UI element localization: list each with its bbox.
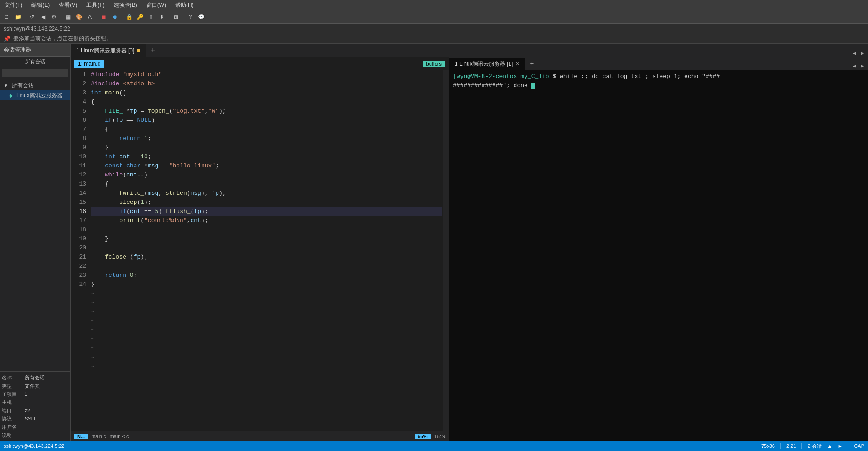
prop-type-key: 类型	[2, 383, 25, 389]
code-line-16: if(cnt == 5) fflush_(fp);	[91, 207, 442, 216]
line-num-12: 12	[71, 171, 86, 180]
line-num-19: 19	[71, 234, 86, 244]
menu-view[interactable]: 查看(V)	[56, 0, 80, 10]
code-line-8: return 1;	[91, 134, 442, 143]
prop-type-val: 文件夹	[25, 383, 40, 389]
code-line-6: if(fp == NULL)	[91, 116, 442, 125]
line-num-23: 23	[71, 271, 86, 280]
menu-tools[interactable]: 工具(T)	[83, 0, 107, 10]
ssh-bar: ssh::wyn@43.143.224.5:22	[0, 24, 868, 34]
menu-edit[interactable]: 编辑(E)	[29, 0, 52, 10]
code-line-tilde-5: ~	[91, 326, 442, 335]
line-num-21: 21	[71, 253, 86, 262]
terminal-nav-left[interactable]: ◀	[851, 62, 858, 70]
menu-window[interactable]: 窗口(W)	[144, 0, 169, 10]
gs-sep2	[801, 443, 802, 449]
tab-add-button[interactable]: +	[146, 44, 159, 57]
menu-file[interactable]: 文件(F)	[2, 0, 25, 10]
tree-item-label: 所有会话	[12, 82, 34, 89]
buffers-badge: buffers	[423, 61, 445, 67]
sidebar-header[interactable]: 会话管理器	[0, 44, 70, 57]
line-num-4: 4	[71, 98, 86, 107]
status-func: main < c	[110, 434, 129, 439]
code-body: 1 2 3 4 5 6 7 8 9 10 11 12 13 14	[71, 70, 449, 431]
toolbar-key[interactable]: 🔑	[135, 12, 145, 22]
status-filename: main.c	[91, 434, 106, 439]
toolbar-download[interactable]: ⬇	[157, 12, 167, 22]
terminal-cmd: while :; do cat log.txt ; sleep 1; echo …	[560, 73, 720, 80]
toolbar-back[interactable]: ◀	[38, 12, 48, 22]
terminal-tab-close[interactable]: ✕	[515, 61, 520, 67]
code-content[interactable]: #include "mystdio.h" #include <stdio.h> …	[89, 70, 443, 431]
code-line-17: printf("count:%d\n",cnt);	[91, 216, 442, 225]
prop-subitem-val: 1	[25, 391, 27, 397]
toolbar-color[interactable]: 🎨	[74, 12, 84, 22]
ssh-address: ssh::wyn@43.143.224.5:22	[4, 26, 70, 32]
sidebar-tab-label: 所有会话	[25, 58, 45, 65]
line-num-14: 14	[71, 189, 86, 198]
code-line-tilde-9: ~	[91, 362, 442, 371]
toolbar-sep6	[183, 13, 183, 21]
terminal-body[interactable]: [wyn@VM-8-2-centos my_C_lib]$ while :; d…	[449, 70, 868, 441]
global-statusbar: ssh::wyn@43.143.224.5:22 75x36 2,21 2 会话…	[0, 441, 868, 451]
gs-sep1	[780, 443, 781, 449]
toolbar-upload[interactable]: ⬆	[146, 12, 156, 22]
code-line-12: while(cnt--)	[91, 171, 442, 180]
tab-nav-right[interactable]: ▶	[859, 50, 866, 57]
prop-username-key: 用户名	[2, 424, 25, 430]
code-line-14: fwrite_(msg, strlen(msg), fp);	[91, 189, 442, 198]
line-numbers: 1 2 3 4 5 6 7 8 9 10 11 12 13 14	[71, 70, 89, 431]
tree-item-linux[interactable]: ◆ Linux腾讯云服务器	[0, 90, 70, 100]
terminal-tab-add[interactable]: +	[525, 58, 538, 70]
toolbar-grid[interactable]: ⊞	[171, 12, 181, 22]
editor-tab-0[interactable]: 1 Linux腾讯云服务器 [0]	[71, 44, 146, 57]
gs-right-arrow: ►	[837, 443, 842, 449]
gs-left: ssh::wyn@43.143.224.5:22	[4, 443, 64, 449]
code-line-tilde-3: ~	[91, 307, 442, 316]
tree-item-all-sessions[interactable]: ▼ 所有会话	[0, 80, 70, 90]
gs-cap: CAP	[854, 443, 864, 449]
sidebar-tabs: 所有会话	[0, 57, 70, 67]
sidebar-search-input[interactable]	[2, 69, 68, 77]
toolbar-new[interactable]: 🗋	[2, 12, 12, 22]
line-num-11: 11	[71, 161, 86, 171]
line-num-24: 24	[71, 280, 86, 289]
code-line-7: {	[91, 125, 442, 134]
terminal-tab-1[interactable]: 1 Linux腾讯云服务器 [1] ✕	[449, 58, 525, 70]
toolbar-refresh[interactable]: ↺	[27, 12, 37, 22]
line-num-22: 22	[71, 262, 86, 271]
toolbar-stop[interactable]: ⏹	[99, 12, 109, 22]
code-header: 1: main.c buffers	[71, 57, 449, 70]
toolbar-help[interactable]: ?	[185, 12, 195, 22]
toolbar-lock[interactable]: 🔒	[124, 12, 134, 22]
menu-help[interactable]: 帮助(H)	[172, 0, 197, 10]
code-line-24: }	[91, 280, 442, 289]
terminal-tabs: 1 Linux腾讯云服务器 [1] ✕ + ◀ ▶	[449, 57, 868, 70]
prop-port-val: 22	[25, 408, 30, 413]
line-num-3: 3	[71, 88, 86, 98]
prop-subitem-key: 子项目	[2, 391, 25, 398]
terminal-nav-right[interactable]: ▶	[859, 62, 866, 70]
editor-panels: 1: main.c buffers 1 2 3 4 5 6 7 8 9	[71, 57, 868, 441]
menu-tabs[interactable]: 选项卡(B)	[111, 0, 140, 10]
prop-name-val: 所有会话	[25, 374, 45, 381]
prop-type: 类型 文件夹	[2, 382, 68, 390]
code-line-tilde-8: ~	[91, 353, 442, 362]
toolbar-record[interactable]: ⏺	[110, 12, 120, 22]
code-panel: 1: main.c buffers 1 2 3 4 5 6 7 8 9	[71, 57, 449, 441]
line-num-2: 2	[71, 79, 86, 88]
toolbar-font[interactable]: A	[85, 12, 95, 22]
tab-nav: ◀ ▶	[849, 50, 868, 57]
line-num-7: 7	[71, 125, 86, 134]
toolbar-display[interactable]: ▦	[63, 12, 73, 22]
sidebar-tab-all[interactable]: 所有会话	[0, 57, 70, 67]
code-line-tilde-6: ~	[91, 335, 442, 344]
prop-port: 端口 22	[2, 406, 68, 415]
tab-nav-left[interactable]: ◀	[851, 50, 858, 57]
toolbar-open[interactable]: 📁	[13, 12, 23, 22]
line-num-18: 18	[71, 225, 86, 234]
tab-modified-dot	[137, 49, 140, 52]
toolbar-settings[interactable]: ⚙	[49, 12, 59, 22]
code-scrollbar[interactable]	[443, 70, 449, 431]
toolbar-chat[interactable]: 💬	[196, 12, 206, 22]
